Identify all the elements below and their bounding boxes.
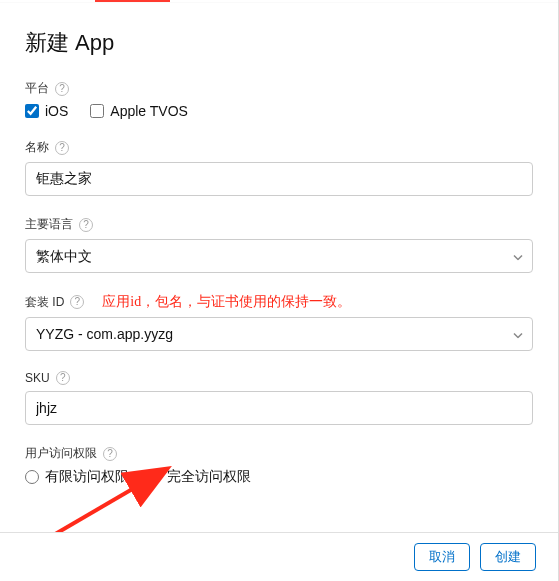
platform-tvos-checkbox[interactable]: Apple TVOS (90, 103, 188, 119)
full-radio-input[interactable] (147, 470, 161, 484)
language-select[interactable]: 繁体中文 (25, 239, 533, 273)
help-icon[interactable]: ? (79, 218, 93, 232)
language-label: 主要语言 (25, 216, 73, 233)
help-icon[interactable]: ? (55, 82, 69, 96)
full-label: 完全访问权限 (167, 468, 251, 486)
access-full-radio[interactable]: 完全访问权限 (147, 468, 251, 486)
ios-checkbox-input[interactable] (25, 104, 39, 118)
help-icon[interactable]: ? (70, 295, 84, 309)
tvos-checkbox-input[interactable] (90, 104, 104, 118)
cancel-button[interactable]: 取消 (414, 543, 470, 571)
limited-radio-input[interactable] (25, 470, 39, 484)
bundle-select[interactable]: YYZG - com.app.yyzg (25, 317, 533, 351)
ios-label: iOS (45, 103, 68, 119)
tvos-label: Apple TVOS (110, 103, 188, 119)
help-icon[interactable]: ? (103, 447, 117, 461)
access-label: 用户访问权限 (25, 445, 97, 462)
platform-ios-checkbox[interactable]: iOS (25, 103, 68, 119)
sku-label: SKU (25, 371, 50, 385)
sku-input[interactable] (25, 391, 533, 425)
dialog-title: 新建 App (25, 28, 533, 58)
platform-label: 平台 (25, 80, 49, 97)
bundle-annotation: 应用id，包名，与证书使用的保持一致。 (102, 293, 351, 311)
help-icon[interactable]: ? (56, 371, 70, 385)
name-input[interactable] (25, 162, 533, 196)
help-icon[interactable]: ? (55, 141, 69, 155)
bundle-label: 套装 ID (25, 294, 64, 311)
create-button[interactable]: 创建 (480, 543, 536, 571)
access-limited-radio[interactable]: 有限访问权限 (25, 468, 129, 486)
limited-label: 有限访问权限 (45, 468, 129, 486)
name-label: 名称 (25, 139, 49, 156)
